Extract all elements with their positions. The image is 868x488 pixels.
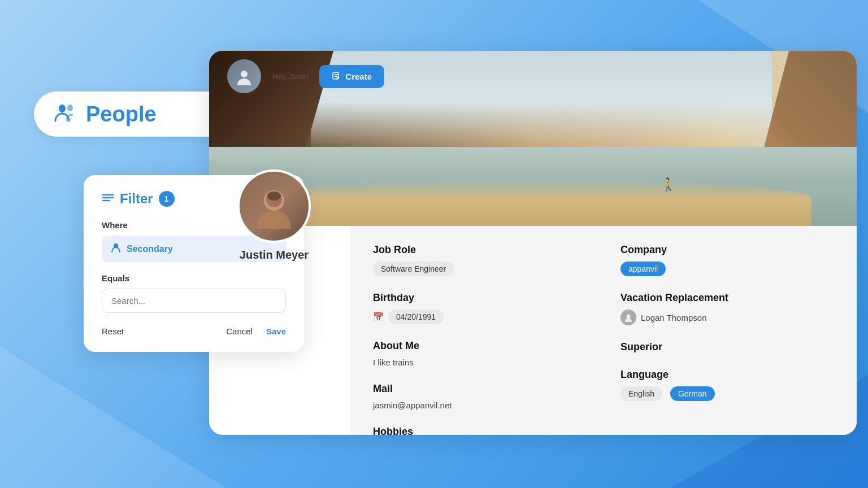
birthday-label: Birthday	[373, 292, 587, 304]
language-field: Language English German	[620, 369, 834, 401]
top-header: Hey, Justin Create	[209, 51, 857, 102]
people-label: People	[86, 102, 157, 127]
filter-badge: 1	[159, 191, 175, 207]
person-icon	[111, 242, 121, 255]
people-icon	[54, 102, 77, 127]
svg-point-10	[267, 191, 281, 201]
info-right-col: Company appanvil Vacation Replacement Lo…	[620, 244, 834, 435]
profile-avatar	[237, 169, 311, 243]
company-label: Company	[620, 244, 834, 256]
svg-point-0	[59, 104, 66, 112]
job-role-field: Job Role Software Engineer	[373, 244, 587, 276]
filter-reset-button[interactable]: Reset	[102, 326, 124, 336]
job-role-label: Job Role	[373, 244, 587, 256]
birthday-value: 04/20/1991	[388, 310, 444, 324]
filter-title: Filter	[120, 191, 153, 207]
profile-name: Justin Meyer	[237, 249, 311, 262]
language-row: English German	[620, 386, 834, 401]
hero-beach	[266, 181, 811, 226]
filter-search-input[interactable]	[102, 289, 286, 313]
filter-cancel-button[interactable]: Cancel	[226, 326, 253, 336]
create-button[interactable]: Create	[319, 65, 384, 88]
user-avatar	[227, 59, 261, 93]
mail-field: Mail jasmin@appanvil.net	[373, 383, 587, 410]
vacation-avatar	[620, 310, 636, 325]
about-value: I like trains	[373, 358, 587, 367]
mail-value: jasmin@appanvil.net	[373, 400, 587, 410]
greeting-line: Hey, Justin	[272, 72, 308, 81]
about-field: About Me I like trains	[373, 340, 587, 367]
filter-secondary-label: Secondary	[127, 244, 173, 254]
profile-area: Justin Meyer	[237, 169, 311, 262]
company-value: appanvil	[620, 262, 666, 276]
filter-icon	[102, 193, 114, 206]
language-german[interactable]: German	[670, 386, 715, 401]
bg-shape-bottom-left	[0, 347, 226, 488]
edit-icon	[332, 71, 341, 82]
birthday-row: 📅 04/20/1991	[373, 310, 587, 324]
create-label: Create	[345, 72, 372, 81]
birthday-field: Birthday 📅 04/20/1991	[373, 292, 587, 324]
hobbies-label: Hobbies	[373, 426, 587, 435]
main-panel: Hey, Justin Create 🚶	[209, 51, 857, 435]
mail-label: Mail	[373, 383, 587, 395]
filter-equals-label: Equals	[102, 273, 286, 283]
info-left-col: Job Role Software Engineer Birthday 📅 04…	[373, 244, 587, 435]
info-card: Job Role Software Engineer Birthday 📅 04…	[350, 226, 857, 435]
svg-point-11	[627, 315, 631, 319]
job-role-value: Software Engineer	[373, 262, 454, 276]
vacation-field: Vacation Replacement Logan Thompson	[620, 292, 834, 325]
language-label: Language	[620, 369, 834, 381]
superior-field: Superior	[620, 341, 834, 353]
hobbies-field: Hobbies	[373, 426, 587, 435]
about-label: About Me	[373, 340, 587, 352]
superior-label: Superior	[620, 341, 834, 353]
vacation-label: Vacation Replacement	[620, 292, 834, 304]
filter-actions: Reset Cancel Save	[102, 326, 286, 336]
svg-point-6	[241, 71, 248, 77]
language-english[interactable]: English	[620, 386, 662, 401]
svg-point-1	[67, 104, 73, 111]
company-field: Company appanvil	[620, 244, 834, 276]
vacation-row: Logan Thompson	[620, 310, 834, 325]
calendar-icon: 📅	[373, 312, 384, 322]
people-pill[interactable]: People	[34, 91, 237, 137]
user-greeting-text: Hey, Justin	[272, 72, 308, 81]
hero-person-silhouette: 🚶	[661, 177, 676, 192]
vacation-value: Logan Thompson	[641, 313, 706, 323]
filter-save-button[interactable]: Save	[266, 326, 286, 336]
